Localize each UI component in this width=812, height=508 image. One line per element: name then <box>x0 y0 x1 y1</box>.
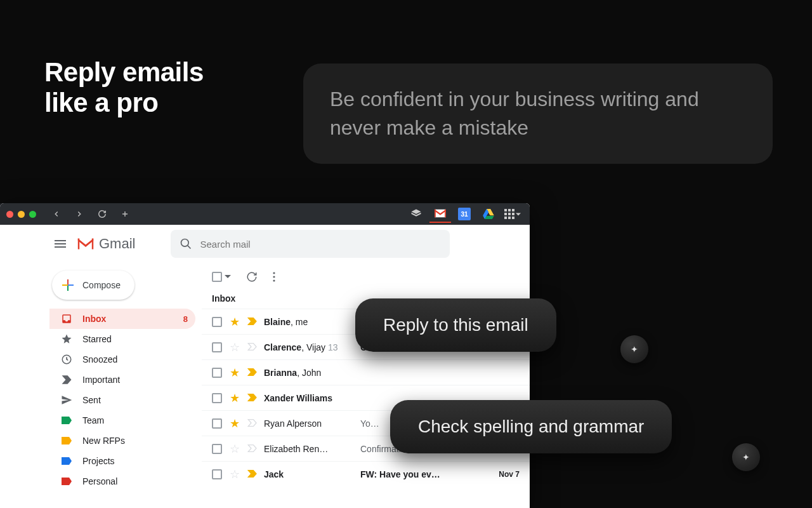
gmail-sidebar: Compose Inbox8StarredSnoozedImportantSen… <box>44 263 202 508</box>
label-icon <box>61 415 72 426</box>
sparkle-icon: ✦ <box>742 452 750 462</box>
sparkle-icon: ✦ <box>631 344 638 354</box>
svg-point-9 <box>273 279 275 281</box>
sidebar-item-newrfps[interactable]: New RFPs <box>49 431 195 451</box>
nav-reload-button[interactable] <box>93 205 111 223</box>
search-mail-field[interactable] <box>171 230 450 258</box>
layers-icon[interactable] <box>405 205 427 223</box>
plus-icon <box>61 278 75 292</box>
gmail-app: Gmail Compose Inbox8StarredSnoozedImport… <box>44 225 530 508</box>
important-icon[interactable] <box>247 343 256 352</box>
gmail-brand-text: Gmail <box>99 236 135 252</box>
traffic-lights <box>6 211 36 218</box>
label-icon <box>61 435 72 446</box>
svg-point-4 <box>181 239 189 247</box>
send-icon <box>61 394 72 406</box>
suggestion-reply-text: Reply to this email <box>383 315 528 335</box>
suggestion-grammar-bubble[interactable]: Check spelling and grammar <box>390 400 672 453</box>
important-icon <box>61 374 72 385</box>
row-sender: Clarence, Vijay 13 <box>264 342 353 352</box>
gmail-app-icon[interactable] <box>429 205 451 223</box>
window-titlebar: 31 <box>0 203 530 225</box>
maximize-window-button[interactable] <box>29 211 36 218</box>
sidebar-item-important[interactable]: Important <box>49 370 195 390</box>
row-sender: Xander Williams <box>264 393 353 403</box>
clock-icon <box>61 354 72 365</box>
star-icon[interactable]: ☆ <box>230 340 240 354</box>
row-checkbox[interactable] <box>212 342 222 352</box>
sidebar-item-label: Team <box>82 415 104 425</box>
star-icon[interactable]: ☆ <box>230 467 240 481</box>
mail-row[interactable]: ★Brianna, John <box>202 359 530 385</box>
nav-back-button[interactable] <box>48 205 65 223</box>
more-button[interactable] <box>273 272 275 282</box>
gmail-logo[interactable]: Gmail <box>76 236 135 252</box>
sidebar-item-starred[interactable]: Starred <box>49 329 195 349</box>
row-checkbox[interactable] <box>212 368 222 378</box>
important-icon[interactable] <box>247 368 256 377</box>
sidebar-item-team[interactable]: Team <box>49 410 195 431</box>
refresh-button[interactable] <box>246 271 258 283</box>
star-icon[interactable]: ☆ <box>230 442 240 456</box>
gmail-header: Gmail <box>44 225 530 263</box>
row-checkbox[interactable] <box>212 418 222 429</box>
compose-button[interactable]: Compose <box>52 271 134 300</box>
sidebar-item-label: Sent <box>82 395 101 405</box>
headline-line1: Reply emails <box>44 57 204 88</box>
ai-orb-2[interactable]: ✦ <box>732 443 760 471</box>
ai-orb-1[interactable]: ✦ <box>620 335 648 363</box>
sidebar-item-personal[interactable]: Personal <box>49 471 195 491</box>
apps-menu-icon[interactable] <box>502 205 523 223</box>
svg-line-5 <box>188 246 191 249</box>
important-icon[interactable] <box>247 394 256 403</box>
star-icon[interactable]: ★ <box>230 391 240 405</box>
sidebar-item-sent[interactable]: Sent <box>49 390 195 410</box>
important-icon[interactable] <box>247 444 256 453</box>
sidebar-item-label: Starred <box>82 334 112 344</box>
chevron-down-icon[interactable] <box>225 274 231 280</box>
gmail-list-toolbar <box>202 263 530 291</box>
close-window-button[interactable] <box>6 211 13 218</box>
row-checkbox[interactable] <box>212 444 222 454</box>
sidebar-item-snoozed[interactable]: Snoozed <box>49 349 195 370</box>
headline-line2: like a pro <box>44 88 204 118</box>
row-sender: Brianna, John <box>264 368 353 378</box>
headline: Reply emails like a pro <box>44 57 204 119</box>
nav-forward-button[interactable] <box>70 205 88 223</box>
drive-app-icon[interactable] <box>478 205 499 223</box>
star-icon[interactable]: ★ <box>230 366 240 380</box>
row-sender: Elizabeth Ren… <box>264 444 353 454</box>
row-sender: Jack <box>264 469 353 479</box>
search-mail-input[interactable] <box>200 239 441 250</box>
important-icon[interactable] <box>247 419 256 428</box>
sidebar-item-projects[interactable]: Projects <box>49 451 195 471</box>
star-icon[interactable]: ★ <box>230 417 240 431</box>
calendar-app-icon[interactable]: 31 <box>454 205 475 223</box>
sidebar-item-inbox[interactable]: Inbox8 <box>49 309 195 329</box>
important-icon[interactable] <box>247 318 256 326</box>
sidebar-item-count: 8 <box>183 314 188 324</box>
row-checkbox[interactable] <box>212 393 222 403</box>
suggestion-reply-bubble[interactable]: Reply to this email <box>355 298 556 352</box>
row-subject: FW: Have you ev… <box>360 469 478 479</box>
row-date: Nov 7 <box>485 470 520 479</box>
sidebar-item-label: Inbox <box>82 314 106 324</box>
subtitle-bubble: Be confident in your business writing an… <box>303 64 773 164</box>
label-icon <box>61 455 72 467</box>
sidebar-item-label: Snoozed <box>82 354 117 364</box>
hamburger-menu-icon[interactable] <box>55 240 66 248</box>
mail-row[interactable]: ☆JackFW: Have you ev…Nov 7 <box>202 461 530 486</box>
row-checkbox[interactable] <box>212 317 222 327</box>
star-icon[interactable]: ★ <box>230 315 240 329</box>
new-tab-button[interactable] <box>116 205 134 223</box>
inbox-icon <box>61 313 72 324</box>
important-icon[interactable] <box>247 470 256 479</box>
svg-point-7 <box>273 272 275 274</box>
sidebar-item-label: Personal <box>82 476 117 486</box>
minimize-window-button[interactable] <box>18 211 25 218</box>
select-all-checkbox[interactable] <box>212 272 222 282</box>
row-sender: Blaine, me <box>264 317 353 327</box>
suggestion-grammar-text: Check spelling and grammar <box>418 417 644 436</box>
row-sender: Ryan Alperson <box>264 418 353 429</box>
row-checkbox[interactable] <box>212 469 222 479</box>
